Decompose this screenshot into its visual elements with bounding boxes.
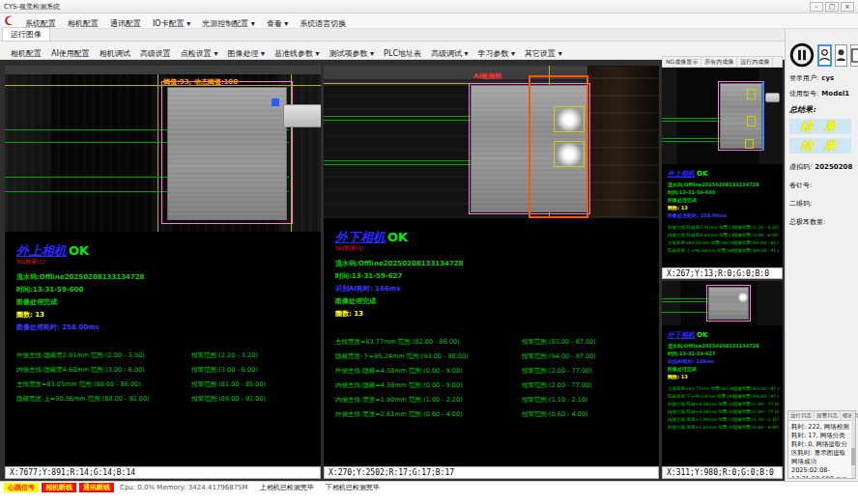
mini-view-tab[interactable]: 所有内成像: [701, 58, 737, 67]
toolbar-item[interactable]: 图像处理 ▾: [222, 49, 270, 58]
menu-bar: 系统配置相机配置通讯配置IO卡配置 ▾光源控制配置 ▾查看 ▾系统语言切换: [0, 14, 858, 29]
toolbar-item[interactable]: 基准线参数 ▾: [270, 49, 325, 58]
info-line: 流水码:Offline20250208133134728: [335, 258, 651, 270]
mini-image-upper[interactable]: [662, 68, 783, 164]
measurement-name: 隐藏宽度-上=90.56mm 范围:(88.00 - 92.00): [668, 247, 733, 255]
field-label: 登录用户:: [789, 73, 818, 83]
measurement-alarm: 报警范围:(2.00 - 77.00): [522, 378, 651, 393]
measurement-name: 隐藏宽度-下=95.24mm 范围:(93.00 - 98.00): [668, 393, 733, 401]
minimize-button[interactable]: –: [810, 2, 823, 12]
detect-region-box: [718, 81, 764, 151]
log-scrollbar[interactable]: [851, 411, 855, 478]
toolbar-item[interactable]: 测试项参数 ▾: [325, 49, 380, 58]
menu-items: 系统配置相机配置通讯配置IO卡配置 ▾光源控制配置 ▾查看 ▾系统语言切换: [19, 12, 352, 30]
maximize-button[interactable]: □: [825, 2, 839, 12]
menu-item[interactable]: 光源控制配置 ▾: [196, 19, 261, 28]
log-tab[interactable]: 报警日志: [815, 411, 841, 420]
edge-line: [762, 81, 764, 151]
mini-result-text-lower: 外下相机OK 流水码:Offline20250208133134728时间:13…: [662, 325, 783, 432]
measurement-row: 外侧主线-宽度=2.61mm 范围:(0.60 - 4.00) 报警范围:(0.…: [668, 424, 779, 432]
menu-item[interactable]: 相机配置: [62, 19, 104, 28]
info-line: 圈数: 13: [335, 308, 651, 321]
pixel-status-lower: X:270;Y:2502;R:17;G:17;B:17: [324, 466, 659, 479]
system-status-bar: 心跳信号相机断线通讯断线 Cpu: 0.0% Memory: 3424.4179…: [0, 481, 858, 493]
detect-region-box: [706, 285, 751, 322]
camera-view-upper: 阈值:93, 动态阈值:100 外上相机OK NG数量(1) 流水码:Offli…: [5, 66, 321, 466]
field-value[interactable]: Model1: [821, 90, 849, 98]
log-tab[interactable]: 运行日志: [788, 411, 815, 420]
mini-view-upper: 外上相机OK 流水码:Offline20250208133134728时间:13…: [662, 68, 783, 267]
pixel-status-mini-lower: X:311;Y:980;R:0;G:0;B:0: [662, 466, 783, 479]
info-line: 圈数: 13: [16, 309, 313, 322]
measurement-name: 主线宽度=83.05mm 范围:(80.00 - 86.00): [668, 239, 733, 247]
measurement-row: 外侧主线-宽度=2.61mm 范围:(0.60 - 4.00) 报警范围:(0.…: [335, 407, 651, 422]
pause-button[interactable]: [789, 42, 815, 68]
toolbar-item[interactable]: 其它设置 ▾: [520, 49, 567, 58]
measurement-name: 内侧主线-隐藏宽4.60mm 范围:(3.00 - 6.00): [668, 232, 733, 239]
measurement-name: 隐藏宽度-上=90.56mm 范围:(88.00 - 92.00): [16, 392, 191, 406]
result-text-lower: 外下相机OK NG数量(1) 流水码:Offline20250208133134…: [324, 218, 659, 422]
ng-note: NG数量(1): [335, 244, 651, 251]
operator-button[interactable]: [817, 44, 832, 67]
mini-image-lower[interactable]: [662, 281, 783, 325]
measurement-row: 外侧主线-隐藏=4.38mm 范围:(0.00 - 9.00) 报警范围:(2.…: [335, 364, 651, 378]
measurement-name: 内侧主线-宽度=1.90mm 范围:(1.00 - 2.20): [668, 416, 733, 424]
toolbar-item[interactable]: 点检设置 ▾: [176, 49, 223, 58]
info-line: 圈数: 13: [668, 204, 779, 211]
measurement-row: 外侧主线-隐藏宽2.91mm 范围:(2.00 - 3.50) 报警范围:(2.…: [668, 224, 779, 232]
mini-view-tab[interactable]: NG成像显示: [663, 58, 701, 67]
camera-name: 外上相机: [16, 243, 67, 258]
status-badge: 通讯断线: [79, 483, 114, 492]
measurement-alarm: 报警范围:(83.00 - 87.00): [733, 385, 779, 393]
log-scrollbar-thumb[interactable]: [851, 448, 855, 465]
measurement-row: 主线宽度=83.05mm 范围:(80.00 - 86.00) 报警范围:(81…: [16, 378, 313, 392]
toolbar-item[interactable]: 相机配置: [6, 49, 46, 58]
measurement-name: 内侧主线-宽度=1.90mm 范围:(1.00 - 2.20): [335, 393, 522, 407]
admin-button[interactable]: [835, 44, 847, 67]
toolbar-item[interactable]: 相机调试: [95, 49, 135, 58]
marker-icon: [272, 98, 279, 106]
upper-camera-done-status: 上相机已检测完毕: [260, 483, 314, 492]
electrode-block: [167, 87, 287, 220]
close-button[interactable]: ×: [841, 2, 854, 12]
field-value[interactable]: cys: [821, 74, 834, 82]
feature-box: [747, 89, 756, 99]
status-ok: OK: [387, 230, 408, 244]
mini-view-lower: 外下相机OK 流水码:Offline20250208133134728时间:13…: [662, 281, 783, 466]
measurement-name: 外侧主线-宽度=2.61mm 范围:(0.60 - 4.00): [668, 424, 733, 432]
toolbar-item[interactable]: AI使用配置: [46, 49, 95, 58]
measurement-name: 主线宽度=83.05mm 范围:(80.00 - 86.00): [16, 378, 191, 392]
menu-item[interactable]: 通讯配置: [104, 19, 147, 28]
exit-button[interactable]: [850, 44, 858, 67]
menu-item[interactable]: 系统语言切换: [294, 19, 352, 28]
field-label: 虚拟码:: [789, 162, 812, 172]
window-controls: – □ ×: [810, 2, 854, 12]
pause-icon: [789, 42, 815, 68]
toolbar-item[interactable]: 学习参数 ▾: [473, 49, 521, 58]
toolbar-item[interactable]: 高级调试 ▾: [426, 49, 473, 58]
menu-item[interactable]: IO卡配置 ▾: [147, 19, 196, 28]
camera-image-upper[interactable]: 阈值:93, 动态阈值:100: [5, 66, 321, 232]
menu-item[interactable]: 查看 ▾: [261, 19, 295, 28]
info-line: 流水码:Offline20250208133134728: [16, 271, 313, 284]
toolbar-item[interactable]: PLC地址表: [379, 49, 426, 58]
log-tab[interactable]: 错误日志: [841, 411, 858, 420]
tab-run-image[interactable]: 运行图像: [2, 27, 50, 41]
toolbar-item[interactable]: 高级设置: [135, 49, 176, 58]
measurement-name: 内侧主线-隐藏=4.38mm 范围:(0.00 - 9.00): [335, 378, 522, 393]
result-title: 外上相机OK NG数量(1): [16, 244, 313, 265]
info-line: 流水码:Offline20250208133134728: [668, 342, 779, 350]
camera-image-lower[interactable]: AI检测框: [324, 66, 659, 218]
measurement-alarm: 报警范围:(81.00 - 85.00): [733, 239, 779, 247]
info-line: 时间:13-31-59-627: [668, 350, 779, 357]
info-lines: 流水码:Offline20250208133134728时间:13-31-59-…: [668, 342, 779, 380]
measurement-alarm: 报警范围:(1.10 - 2.10): [522, 393, 651, 407]
measurement-alarm: 报警范围:(1.10 - 2.10): [733, 416, 779, 424]
camera-name: 外下相机: [335, 230, 386, 244]
measurement-list: 外侧主线-隐藏宽2.91mm 范围:(2.00 - 3.50) 报警范围:(2.…: [668, 224, 779, 255]
info-line: 时间:13-31-59-600: [16, 284, 313, 296]
info-line: 识别AI耗时: 166ms: [335, 283, 651, 295]
mini-view-tab[interactable]: 运行内成像: [737, 58, 773, 67]
measurement-row: 主线宽度=83.77mm 范围:(82.00 - 88.00) 报警范围:(83…: [335, 335, 651, 350]
measurement-name: 内侧主线-隐藏宽4.60mm 范围:(3.00 - 6.00): [16, 363, 191, 378]
